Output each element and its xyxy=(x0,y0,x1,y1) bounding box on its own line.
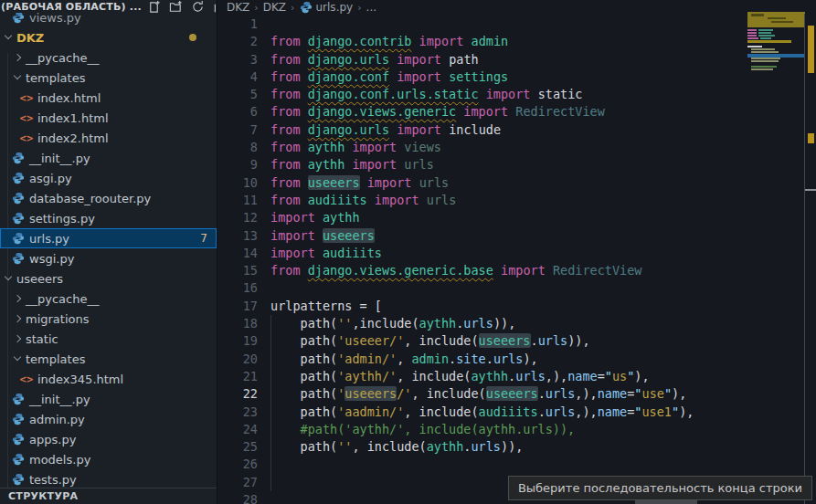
html-file-icon: <> xyxy=(19,113,33,123)
tree-item-settings-py[interactable]: settings.py xyxy=(0,208,217,228)
code-line-16[interactable]: 16 xyxy=(217,279,816,297)
code-text: from audiiits import urls xyxy=(270,192,456,209)
code-text: path('admin/', admin.site.urls), xyxy=(270,351,538,368)
code-line-9[interactable]: 9from aythh import urls xyxy=(217,156,816,173)
overview-ruler[interactable] xyxy=(804,14,816,504)
code-line-19[interactable]: 19 path('useeer/', include(useeers.urls)… xyxy=(217,332,816,350)
line-number: 12 xyxy=(217,209,258,226)
tree-item-wsgi-py[interactable]: wsgi.py xyxy=(0,248,217,268)
chevron-right-icon xyxy=(13,334,22,343)
code-line-25[interactable]: 25 path('', include(aythh.urls)), xyxy=(217,438,816,456)
line-number: 14 xyxy=(217,245,258,262)
tree-item-index345-html[interactable]: <>index345.html xyxy=(0,369,217,389)
tree-item-admin-py[interactable]: admin.py xyxy=(0,409,217,429)
tree-item--init-py[interactable]: __init__.py xyxy=(0,148,217,168)
line-number: 7 xyxy=(217,121,258,139)
code-line-21[interactable]: 21 path('aythh/', include(aythh.urls,),n… xyxy=(217,368,816,385)
tree-item-label: tests.py xyxy=(29,473,77,487)
code-area[interactable]: 12from django.contrib import admin3from … xyxy=(217,15,816,504)
collapse-all-icon[interactable] xyxy=(213,0,217,14)
code-line-6[interactable]: 6from django.views.generic import Redire… xyxy=(217,103,816,121)
tree-item-database-roouter-py[interactable]: database_roouter.py xyxy=(0,188,217,208)
code-line-14[interactable]: 14import audiiits xyxy=(217,245,816,262)
code-line-4[interactable]: 4from django.conf import settings xyxy=(217,68,816,86)
code-line-15[interactable]: 15from django.views.generic.base import … xyxy=(217,262,816,279)
tree-item-label: templates xyxy=(26,352,85,366)
code-line-17[interactable]: 17urlpatterns = [ xyxy=(217,298,816,315)
breadcrumb-item[interactable]: urls.py xyxy=(300,1,354,14)
tree-item-templates[interactable]: templates xyxy=(0,349,217,369)
line-number: 5 xyxy=(217,86,258,103)
code-text: from django.urls import path xyxy=(270,51,479,68)
tree-item-label: useeers xyxy=(16,272,63,286)
python-file-icon xyxy=(12,413,25,425)
outline-section-header[interactable]: СТРУКТУРА xyxy=(0,488,217,504)
tree-item-migrations[interactable]: migrations xyxy=(0,309,217,329)
tree-item-urls-py[interactable]: urls.py7 xyxy=(0,228,217,248)
tree-item-static[interactable]: static xyxy=(0,329,217,349)
line-number: 4 xyxy=(217,68,258,86)
tree-item-dkz[interactable]: DKZ xyxy=(0,27,217,47)
python-file-icon xyxy=(12,232,25,245)
tree-item-index2-html[interactable]: <>index2.html xyxy=(0,128,217,148)
line-number: 26 xyxy=(217,456,258,473)
code-line-26[interactable]: 26 xyxy=(217,456,816,473)
breadcrumb-item[interactable]: ... xyxy=(366,1,376,14)
code-line-7[interactable]: 7from django.urls import include xyxy=(217,121,816,139)
tree-item-index-html[interactable]: <>index.html xyxy=(0,88,217,108)
explorer-section-header[interactable]: (РАБОЧАЯ ОБЛАСТЬ) ... xyxy=(0,0,217,13)
code-line-12[interactable]: 12import aythh xyxy=(217,209,816,226)
tree-item-label: templates xyxy=(26,71,85,85)
tree-item-models-py[interactable]: models.py xyxy=(0,449,217,469)
code-line-11[interactable]: 11from audiiits import urls xyxy=(217,192,816,209)
python-file-icon xyxy=(12,152,25,164)
python-file-icon xyxy=(12,393,25,405)
tree-item-asgi-py[interactable]: asgi.py xyxy=(0,168,217,188)
breadcrumb-separator-icon: › xyxy=(254,2,258,14)
tree-item-index1-html[interactable]: <>index1.html xyxy=(0,108,217,128)
new-file-icon[interactable] xyxy=(147,0,161,14)
tree-item-apps-py[interactable]: apps.py xyxy=(0,429,217,449)
breadcrumb-separator-icon: › xyxy=(291,2,294,14)
python-file-icon xyxy=(11,453,25,466)
code-line-23[interactable]: 23 path('aadmin/', include(audiiits.urls… xyxy=(217,404,816,421)
breadcrumb-item[interactable]: DKZ xyxy=(227,1,249,14)
code-line-5[interactable]: 5from django.conf.urls.static import sta… xyxy=(217,86,816,103)
tree-item-label: __pycache__ xyxy=(26,51,99,65)
tree-item-label: __init__.py xyxy=(29,152,90,165)
breadcrumb-item-label: DKZ xyxy=(263,1,286,14)
code-line-3[interactable]: 3from django.urls import path xyxy=(217,51,816,68)
tree-item--pycache-[interactable]: __pycache__ xyxy=(0,289,217,309)
code-line-18[interactable]: 18 path('',include(aythh.urls)), xyxy=(217,315,816,332)
tree-item--init-py[interactable]: __init__.py xyxy=(0,389,217,409)
warning-marker xyxy=(808,133,814,143)
new-folder-icon[interactable] xyxy=(169,0,183,14)
code-line-24[interactable]: 24 #path('aythh/', include(aythh.urls)), xyxy=(217,421,816,438)
line-number: 11 xyxy=(217,192,258,209)
tree-item-label: database_roouter.py xyxy=(29,192,151,205)
tree-item--pycache-[interactable]: __pycache__ xyxy=(0,47,217,68)
tree-item-templates[interactable]: templates xyxy=(0,68,217,88)
breadcrumb-item[interactable]: DKZ xyxy=(263,1,286,14)
breadcrumb-item-label: DKZ xyxy=(227,1,249,14)
code-text: from aythh import urls xyxy=(270,156,434,173)
code-line-10[interactable]: 10from useeers import urls xyxy=(217,174,816,192)
code-line-1[interactable]: 1 xyxy=(217,16,816,33)
tree-item-tests-py[interactable]: tests.py xyxy=(0,469,217,489)
code-text: path('aadmin/', include(audiiits.urls,),… xyxy=(270,404,694,421)
code-line-2[interactable]: 2from django.contrib import admin xyxy=(217,33,816,50)
chevron-down-icon xyxy=(4,33,13,42)
refresh-icon[interactable] xyxy=(191,0,205,14)
code-line-13[interactable]: 13import useeers xyxy=(217,227,816,245)
code-line-22[interactable]: 22 path('useeers/', include(useeers.urls… xyxy=(217,385,816,403)
code-text: from django.conf import settings xyxy=(270,68,508,86)
code-line-20[interactable]: 20 path('admin/', admin.site.urls), xyxy=(217,351,816,368)
breadcrumb[interactable]: DKZ›DKZ›urls.py›... xyxy=(217,0,816,15)
statusbar-eol-button[interactable] xyxy=(635,500,697,504)
chevron-right-icon xyxy=(13,294,22,303)
minimap[interactable] xyxy=(747,12,805,76)
line-number: 22 xyxy=(217,385,258,403)
code-text: path('',include(aythh.urls)), xyxy=(270,315,515,332)
tree-item-useeers[interactable]: useeers xyxy=(0,268,217,289)
code-line-8[interactable]: 8from aythh import views xyxy=(217,139,816,156)
